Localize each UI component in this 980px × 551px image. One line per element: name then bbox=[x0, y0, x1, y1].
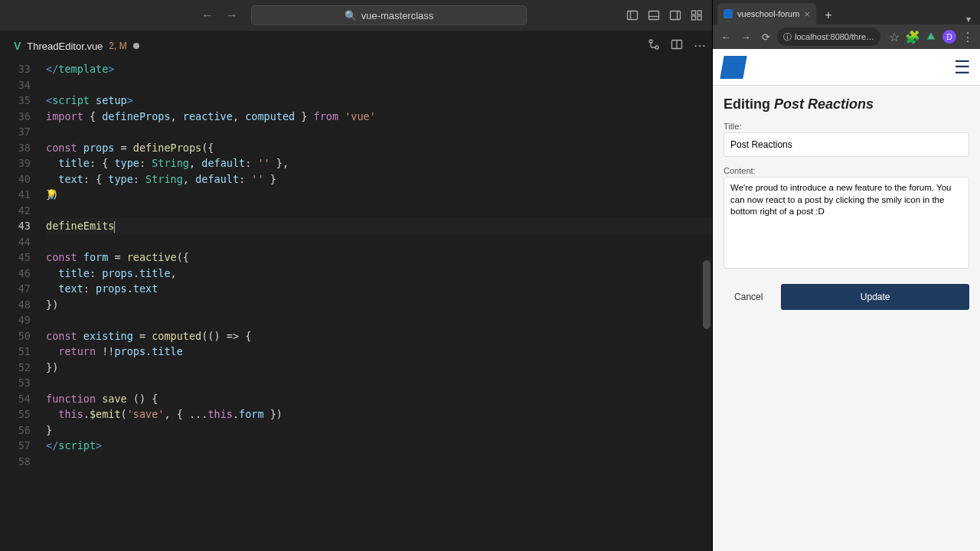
chrome-tabs: vueschool-forum × + ▾ bbox=[713, 0, 980, 24]
panel-right-icon[interactable] bbox=[666, 6, 684, 24]
expand-tabs-icon[interactable]: ▾ bbox=[957, 14, 980, 24]
titlebar: ← → 🔍 vue-masterclass bbox=[0, 0, 712, 31]
browser-tab[interactable]: vueschool-forum × bbox=[717, 3, 816, 24]
more-actions-icon[interactable]: ⋯ bbox=[694, 38, 706, 54]
browser-back-icon[interactable]: ← bbox=[717, 28, 734, 45]
browser-pane: vueschool-forum × + ▾ ← → ⟳ ⓘ localhost:… bbox=[712, 0, 980, 551]
title-input[interactable] bbox=[724, 132, 969, 157]
extensions-icon[interactable]: 🧩 bbox=[905, 29, 920, 44]
svg-rect-9 bbox=[697, 16, 701, 20]
page-heading: Editing Post Reactions bbox=[724, 96, 969, 112]
compare-changes-icon[interactable] bbox=[648, 38, 660, 54]
file-name: ThreadEditor.vue bbox=[27, 41, 103, 52]
bookmark-icon[interactable]: ☆ bbox=[887, 29, 902, 44]
tabbar: V ThreadEditor.vue 2, M ⋯ bbox=[0, 31, 712, 61]
window-controls: ▾ bbox=[957, 14, 980, 24]
file-problems-badge: 2, M bbox=[109, 41, 126, 51]
lightbulb-icon[interactable]: 💡 bbox=[46, 187, 57, 203]
title-label: Title: bbox=[724, 122, 969, 131]
file-tab[interactable]: V ThreadEditor.vue 2, M bbox=[6, 31, 147, 61]
editor-pane: ← → 🔍 vue-masterclass V ThreadEditor.vue bbox=[0, 0, 712, 551]
new-tab-button[interactable]: + bbox=[819, 6, 838, 24]
svg-rect-0 bbox=[628, 11, 638, 20]
scrollbar[interactable] bbox=[701, 61, 712, 551]
tab-title: vueschool-forum bbox=[737, 9, 799, 18]
panel-bottom-icon[interactable] bbox=[645, 6, 663, 24]
devtools-extension-icon[interactable] bbox=[923, 29, 939, 44]
profile-icon[interactable]: D bbox=[942, 29, 957, 44]
nav-forward-icon[interactable]: → bbox=[222, 5, 242, 25]
content-textarea[interactable] bbox=[724, 177, 969, 269]
url-text: localhost:8080/thre… bbox=[795, 32, 874, 41]
browser-forward-icon[interactable]: → bbox=[737, 28, 754, 45]
unsaved-dot-icon bbox=[133, 43, 139, 49]
site-info-icon[interactable]: ⓘ bbox=[783, 31, 792, 43]
browser-menu-icon[interactable]: ⋮ bbox=[960, 29, 975, 44]
svg-point-11 bbox=[655, 46, 658, 49]
url-bar[interactable]: ⓘ localhost:8080/thre… bbox=[777, 28, 880, 46]
update-button[interactable]: Update bbox=[781, 284, 969, 310]
split-right-icon[interactable] bbox=[671, 38, 683, 54]
logo-icon[interactable] bbox=[720, 56, 746, 79]
line-gutter: 3334353637383940414243444546474849505152… bbox=[0, 61, 46, 551]
code-area[interactable]: 3334353637383940414243444546474849505152… bbox=[0, 61, 712, 551]
vue-icon: V bbox=[14, 40, 21, 52]
form-actions: Cancel Update bbox=[724, 284, 969, 310]
svg-rect-6 bbox=[692, 11, 696, 15]
svg-rect-4 bbox=[671, 11, 681, 20]
project-name: vue-masterclass bbox=[361, 10, 434, 21]
layout-controls bbox=[623, 6, 706, 24]
page-content: ☰ Editing Post Reactions Title: Content:… bbox=[713, 49, 980, 551]
cancel-button[interactable]: Cancel bbox=[724, 292, 773, 302]
tab-close-icon[interactable]: × bbox=[804, 8, 810, 20]
code-lines[interactable]: </template> <script setup>import { defin… bbox=[46, 61, 712, 551]
scrollbar-thumb[interactable] bbox=[703, 260, 710, 329]
command-center[interactable]: 🔍 vue-masterclass bbox=[251, 5, 527, 25]
svg-point-10 bbox=[649, 40, 652, 43]
heading-prefix: Editing bbox=[724, 96, 770, 112]
favicon-icon bbox=[724, 9, 733, 18]
hamburger-icon[interactable]: ☰ bbox=[954, 57, 971, 78]
panel-left-icon[interactable] bbox=[623, 6, 642, 24]
svg-rect-7 bbox=[697, 11, 701, 15]
heading-thread-name: Post Reactions bbox=[774, 96, 874, 112]
layout-grid-icon[interactable] bbox=[688, 6, 706, 24]
chrome-toolbar: ← → ⟳ ⓘ localhost:8080/thre… ☆ 🧩 D ⋮ bbox=[713, 24, 980, 49]
svg-rect-8 bbox=[692, 16, 696, 20]
nav-back-icon[interactable]: ← bbox=[198, 5, 217, 25]
content-label: Content: bbox=[724, 166, 969, 175]
svg-rect-2 bbox=[649, 11, 659, 20]
browser-reload-icon[interactable]: ⟳ bbox=[757, 28, 774, 45]
form-area: Editing Post Reactions Title: Content: C… bbox=[713, 86, 980, 321]
search-icon: 🔍 bbox=[345, 10, 357, 21]
app-header: ☰ bbox=[713, 49, 980, 86]
